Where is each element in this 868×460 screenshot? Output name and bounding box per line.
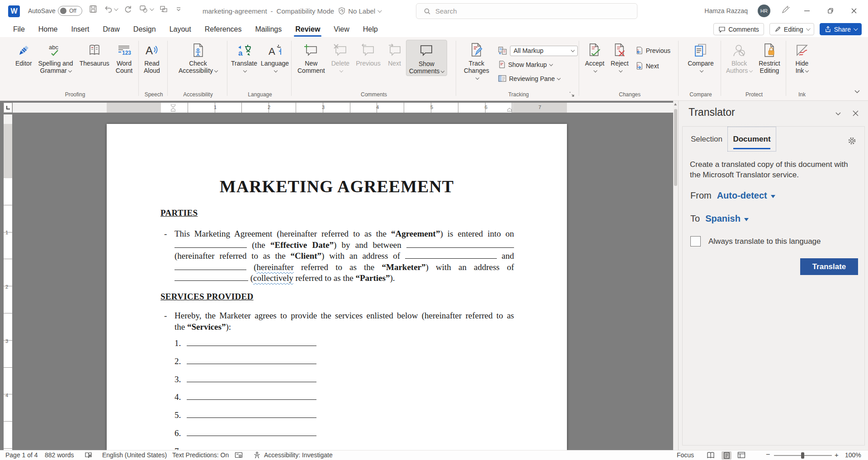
collapse-ribbon-button[interactable] (854, 88, 861, 97)
language-indicator[interactable]: English (United States) (102, 451, 167, 459)
spelling-grammar-button[interactable]: abc Spelling andGrammar (36, 40, 76, 75)
ribbon-tab-row: File Home Insert Draw Design Layout Refe… (0, 22, 868, 37)
compare-icon (693, 42, 708, 58)
status-monitor-button[interactable] (235, 451, 243, 460)
collapse-ribbon-icon (854, 88, 861, 95)
language-button[interactable]: A Language (259, 40, 290, 72)
tab-stop-selector[interactable] (4, 103, 12, 113)
vertical-scrollbar[interactable] (673, 101, 678, 450)
tab-layout[interactable]: Layout (163, 22, 198, 37)
always-translate-checkbox[interactable] (690, 236, 701, 247)
scrollbar-thumb[interactable] (674, 109, 677, 186)
proofing-errors-icon (85, 451, 92, 459)
avatar[interactable]: HR (758, 5, 770, 17)
autosave-toggle[interactable]: Off (58, 6, 82, 16)
zoom-in-button[interactable]: + (835, 451, 839, 459)
editor-button[interactable]: Editor (13, 40, 35, 68)
next-change-button[interactable]: Next (635, 61, 670, 71)
tab-design[interactable]: Design (127, 22, 163, 37)
tab-draw[interactable]: Draw (96, 22, 126, 37)
from-language-dropdown[interactable]: Auto-detect (717, 190, 775, 201)
pen-sparkle-button[interactable] (780, 5, 790, 17)
autosave-knob (60, 8, 66, 14)
tab-help[interactable]: Help (356, 22, 385, 37)
ruler-number: 1 (214, 104, 217, 110)
show-markup-button[interactable]: Show Markup (498, 59, 578, 70)
group-label-changes: Changes (582, 91, 677, 98)
web-layout-button[interactable] (737, 451, 745, 460)
accept-button[interactable]: Accept (582, 40, 607, 72)
thesaurus-button[interactable]: Thesaurus (77, 40, 112, 68)
right-indent-marker[interactable] (507, 104, 512, 114)
redo-button[interactable] (123, 5, 132, 14)
zoom-level[interactable]: 100% (845, 451, 861, 459)
search-box[interactable] (416, 3, 637, 19)
save-button[interactable] (89, 5, 98, 14)
focus-button[interactable]: Focus (677, 451, 694, 459)
tab-references[interactable]: References (198, 22, 249, 37)
accessibility-status-button[interactable] (253, 451, 261, 460)
share-chevron-icon (854, 26, 858, 31)
tracking-dialog-launcher[interactable] (569, 91, 575, 98)
show-comments-button[interactable]: ShowComments (406, 40, 448, 76)
track-changes-button[interactable]: TrackChanges (459, 40, 494, 82)
read-aloud-button[interactable]: A ReadAloud (141, 40, 163, 75)
new-comment-button[interactable]: NewComment (295, 40, 328, 75)
tab-home[interactable]: Home (32, 22, 65, 37)
restrict-editing-button[interactable]: RestrictEditing (756, 40, 783, 75)
zoom-slider-thumb[interactable] (801, 452, 804, 459)
word-count-button[interactable]: 123 WordCount (113, 40, 135, 75)
reject-button[interactable]: Reject (608, 40, 632, 72)
comments-toggle-button[interactable]: Comments (713, 23, 764, 35)
restore-button[interactable] (824, 4, 837, 18)
translate-action-button[interactable]: Translate (800, 258, 858, 275)
close-button[interactable] (847, 4, 861, 18)
vertical-ruler[interactable]: 1 2 3 4 (4, 114, 12, 450)
parties-paragraph: - This Marketing Agreement (hereinafter … (175, 228, 514, 284)
editing-mode-button[interactable]: Editing (769, 23, 814, 35)
compare-button[interactable]: Compare (685, 40, 717, 72)
hide-ink-button[interactable]: HideInk (792, 40, 812, 75)
tab-view[interactable]: View (327, 22, 356, 37)
ribbon-top-right: Comments Editing Share (713, 23, 862, 35)
left-indent-marker[interactable] (171, 104, 175, 114)
print-layout-button[interactable] (722, 451, 731, 460)
minimize-button[interactable] (800, 4, 814, 18)
scroll-up-icon[interactable] (674, 103, 677, 105)
proofing-status-button[interactable] (85, 451, 92, 460)
tab-review[interactable]: Review (288, 22, 327, 37)
word-count-indicator[interactable]: 882 words (45, 451, 74, 459)
markup-select[interactable]: All Markup (510, 46, 578, 56)
tab-selection[interactable]: Selection (691, 135, 722, 144)
reviewing-pane-button[interactable]: Reviewing Pane (498, 73, 578, 84)
word-logo: W (8, 5, 20, 17)
tab-document[interactable]: Document (727, 127, 776, 152)
group-label-compare: Compare (682, 91, 720, 98)
sensitivity-button[interactable]: No Label (338, 7, 381, 15)
share-button[interactable]: Share (820, 23, 862, 35)
tab-insert[interactable]: Insert (64, 22, 96, 37)
text-predictions-indicator[interactable]: Text Predictions: On (172, 451, 229, 459)
shapes-button[interactable] (139, 5, 153, 14)
tab-mailings[interactable]: Mailings (249, 22, 289, 37)
touch-mode-button[interactable] (159, 5, 169, 14)
close-pane-button[interactable] (852, 110, 859, 119)
horizontal-ruler[interactable]: 1 2 3 4 5 6 7 (13, 103, 673, 113)
read-mode-button[interactable] (707, 451, 715, 460)
translator-settings-button[interactable] (848, 137, 856, 147)
zoom-out-button[interactable]: − (766, 451, 770, 459)
collapse-pane-button[interactable] (835, 110, 842, 119)
document-page[interactable]: MARKETING AGREEMENT PARTIES - This Marke… (107, 124, 567, 450)
translate-button[interactable]: a Translate (230, 40, 259, 72)
to-language-dropdown[interactable]: Spanish (705, 213, 749, 224)
tab-stop-left-icon (6, 106, 10, 109)
previous-comment-button: Previous (353, 40, 383, 68)
page-indicator[interactable]: Page 1 of 4 (5, 451, 38, 459)
search-input[interactable] (435, 7, 616, 15)
accessibility-indicator[interactable]: Accessibility: Investigate (264, 451, 333, 459)
tab-file[interactable]: File (6, 22, 32, 37)
undo-button[interactable] (104, 5, 117, 14)
check-accessibility-button[interactable]: CheckAccessibility (176, 40, 220, 75)
customize-qat-button[interactable] (175, 6, 182, 12)
previous-change-button[interactable]: Previous (635, 45, 670, 56)
